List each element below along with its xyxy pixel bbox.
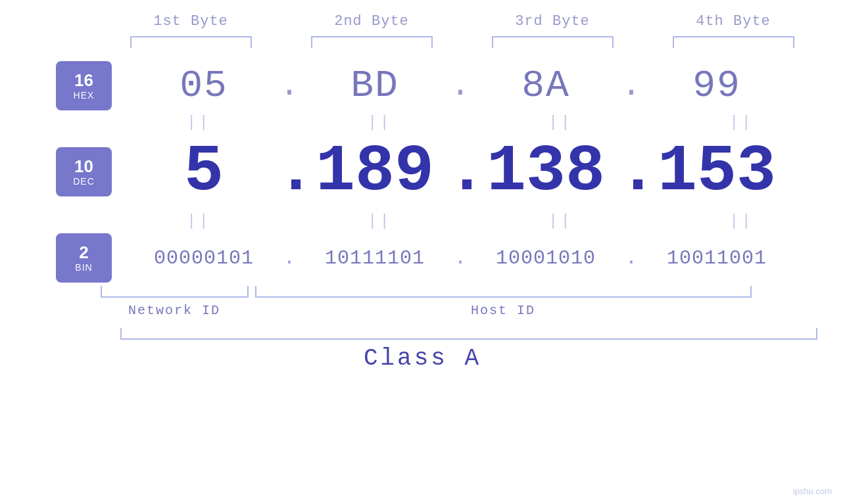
dec-b4: 153 <box>644 135 789 209</box>
bracket-b4 <box>673 36 794 48</box>
byte1-header: 1st Byte <box>118 13 263 30</box>
bin-b1: 00000101 <box>132 247 276 269</box>
eq2-b4: || <box>669 212 814 230</box>
eq2-b1: || <box>127 212 272 230</box>
eq1-b4: || <box>669 114 814 131</box>
bin-dot1: . <box>276 247 302 269</box>
dec-row: 10 DEC 5 . 189 . 138 . 153 <box>36 135 809 209</box>
bin-b3: 10001010 <box>473 247 618 269</box>
eq1-b1: || <box>127 114 272 131</box>
bottom-brackets <box>101 286 824 298</box>
hex-b2: BD <box>302 64 447 107</box>
bracket-b3 <box>492 36 614 48</box>
dec-values: 5 . 189 . 138 . 153 <box>132 135 809 209</box>
byte4-header: 4th Byte <box>661 13 806 30</box>
dec-dot3: . <box>618 135 644 209</box>
hex-values: 05 . BD . 8A . 99 <box>132 64 809 107</box>
hex-dot3: . <box>618 67 644 104</box>
hex-b4: 99 <box>644 64 789 107</box>
byte2-header: 2nd Byte <box>299 13 444 30</box>
id-labels-row: Network ID Host ID <box>101 303 824 318</box>
byte-headers: 1st Byte 2nd Byte 3rd Byte 4th Byte <box>101 13 824 30</box>
dec-badge: 10 DEC <box>56 147 112 196</box>
bin-dot3: . <box>618 247 644 269</box>
bin-badge-number: 2 <box>79 243 88 262</box>
eq2-b2: || <box>308 212 452 230</box>
hex-badge: 16 HEX <box>56 61 112 110</box>
hex-dot1: . <box>276 67 302 104</box>
dec-dot2: . <box>447 135 473 209</box>
eq2-b3: || <box>489 212 633 230</box>
dec-badge-label: DEC <box>73 176 95 187</box>
bin-dot2: . <box>447 247 473 269</box>
bin-values: 00000101 . 10111101 . 10001010 . 1001100… <box>132 247 809 269</box>
dec-badge-number: 10 <box>74 157 93 176</box>
bin-b4: 10011001 <box>644 247 789 269</box>
dec-b3: 138 <box>473 135 618 209</box>
dec-dot1: . <box>276 135 302 209</box>
hex-b1: 05 <box>132 64 276 107</box>
network-id-label: Network ID <box>101 303 249 318</box>
bin-badge-label: BIN <box>75 262 92 273</box>
dec-b2: 189 <box>302 135 447 209</box>
main-container: 1st Byte 2nd Byte 3rd Byte 4th Byte 16 H… <box>0 0 845 504</box>
class-bracket-row <box>120 328 817 340</box>
bracket-b1 <box>130 36 252 48</box>
class-label: Class A <box>364 345 481 372</box>
class-bracket <box>120 328 817 340</box>
hex-badge-label: HEX <box>74 90 95 101</box>
network-bracket <box>101 286 249 298</box>
watermark: ipshu.com <box>793 486 832 496</box>
hex-b3: 8A <box>473 64 618 107</box>
equals-row-2: || || || || <box>109 209 832 233</box>
eq1-b3: || <box>489 114 633 131</box>
byte3-header: 3rd Byte <box>480 13 625 30</box>
bin-row: 2 BIN 00000101 . 10111101 . 10001010 . 1… <box>36 233 809 283</box>
eq1-b2: || <box>308 114 452 131</box>
host-id-label: Host ID <box>255 303 752 318</box>
bin-badge: 2 BIN <box>56 233 112 283</box>
hex-row: 16 HEX 05 . BD . 8A . 99 <box>36 61 809 110</box>
hex-dot2: . <box>447 67 473 104</box>
dec-b1: 5 <box>132 135 276 209</box>
bracket-b2 <box>311 36 433 48</box>
bin-b2: 10111101 <box>302 247 447 269</box>
top-bracket-row <box>101 36 824 48</box>
host-bracket <box>255 286 752 298</box>
hex-badge-number: 16 <box>74 71 93 90</box>
equals-row-1: || || || || <box>109 110 832 135</box>
